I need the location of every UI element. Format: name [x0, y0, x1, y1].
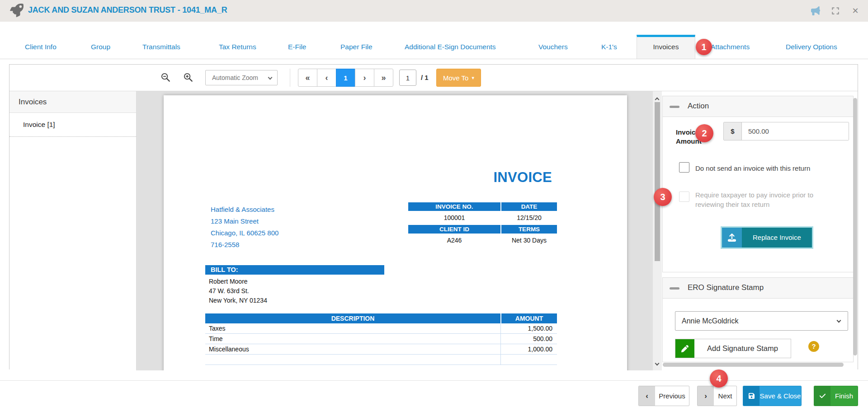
check-icon: [814, 386, 830, 406]
row-amount: [500, 355, 556, 365]
settings-vertical-scrollbar: [853, 97, 857, 365]
invoice-doc-title: INVOICE: [493, 169, 552, 186]
client-id-header: CLIENT ID: [408, 225, 500, 234]
bill-to-name: Robert Moore: [209, 277, 267, 286]
next-button[interactable]: › Next: [697, 386, 737, 406]
ero-signature-panel: ERO Signature Stamp Annie McGoldrick Add…: [662, 277, 854, 362]
last-page-button[interactable]: »: [374, 69, 393, 87]
zoom-out-icon[interactable]: [160, 72, 171, 83]
sidebar-item-invoice-1[interactable]: Invoice [1]: [9, 113, 136, 137]
company-name: Hatfield & Associates: [211, 204, 278, 215]
previous-button[interactable]: ‹ Previous: [638, 386, 689, 406]
row-amount: 500.00: [500, 334, 556, 344]
do-not-send-invoice-checkbox[interactable]: [679, 162, 689, 173]
row-description: Taxes: [205, 323, 500, 333]
add-signature-stamp-button[interactable]: Add Signature Stamp: [675, 339, 791, 358]
settings-horizontal-scrollbar: [663, 363, 844, 367]
step-1-badge: 1: [696, 39, 712, 55]
collapse-icon[interactable]: [670, 287, 679, 290]
tab-attachments[interactable]: Attachments: [711, 43, 750, 59]
action-panel-title: Action: [688, 102, 709, 111]
bill-to-header: BILL TO:: [205, 265, 384, 275]
do-not-send-invoice-label: Do not send an invoice with this return: [695, 164, 840, 173]
invoice-no-value: 100001: [408, 211, 500, 225]
floppy-disk-icon: [743, 386, 760, 406]
close-icon[interactable]: ✕: [851, 6, 860, 15]
previous-label: Previous: [655, 386, 689, 406]
content-row: Invoices Invoice [1] INVOICE Hatfield & …: [9, 91, 858, 370]
ero-signer-value: Annie McGoldrick: [682, 317, 738, 325]
bill-to-street: 47 W. 63rd St.: [209, 286, 267, 296]
tab-k1s[interactable]: K-1's: [601, 43, 617, 59]
announcement-megaphone-icon[interactable]: [811, 6, 820, 15]
page-number-input[interactable]: [399, 70, 416, 86]
table-row: [205, 355, 557, 365]
invoice-page: INVOICE Hatfield & Associates 123 Main S…: [164, 95, 627, 370]
zoom-in-icon[interactable]: [183, 72, 193, 83]
tab-delivery-options[interactable]: Delivery Options: [786, 43, 837, 59]
finish-button[interactable]: Finish: [814, 386, 858, 406]
bill-to-block: Robert Moore 47 W. 63rd St. New York, NY…: [209, 277, 267, 305]
amount-column-header: AMOUNT: [501, 313, 557, 323]
tab-additional-esign-documents[interactable]: Additional E-Sign Documents: [405, 43, 496, 59]
tab-group[interactable]: Group: [91, 43, 110, 59]
invoice-amount-input-group: $: [723, 122, 849, 140]
require-payment-label: Require taxpayer to pay invoice prior to…: [695, 190, 836, 209]
first-page-button[interactable]: «: [298, 69, 317, 87]
current-page-button[interactable]: 1: [336, 69, 355, 87]
tab-bar: Client Info Group Transmittals Tax Retur…: [0, 22, 868, 59]
tab-transmittals[interactable]: Transmittals: [142, 43, 180, 59]
scroll-down-icon[interactable]: [656, 359, 659, 367]
tab-client-info[interactable]: Client Info: [25, 43, 57, 59]
fullscreen-icon[interactable]: [831, 6, 840, 15]
finish-label: Finish: [830, 386, 858, 406]
zoom-level-select[interactable]: Automatic Zoom: [205, 70, 278, 85]
row-description: Time: [205, 334, 500, 344]
row-description: Miscellaneous: [205, 344, 500, 354]
row-amount: 1,000.00: [500, 344, 556, 354]
table-row: Taxes 1,500.00: [205, 323, 557, 334]
collapse-icon[interactable]: [670, 106, 679, 108]
table-row: Miscellaneous 1,000.00: [205, 344, 557, 355]
help-icon[interactable]: ?: [808, 341, 819, 352]
pdf-viewer: INVOICE Hatfield & Associates 123 Main S…: [137, 91, 653, 370]
step-2-badge: 2: [695, 124, 713, 142]
table-row-partial: [205, 365, 557, 370]
tab-paper-file[interactable]: Paper File: [340, 43, 373, 59]
currency-symbol: $: [724, 122, 742, 140]
chevron-right-icon: ›: [698, 386, 714, 406]
tab-vouchers[interactable]: Vouchers: [538, 43, 568, 59]
pencil-icon: [675, 339, 694, 358]
bookmarks-sidebar: Invoices Invoice [1]: [9, 91, 137, 370]
caret-down-icon: ▾: [472, 75, 474, 81]
replace-invoice-button[interactable]: Replace Invoice: [721, 226, 813, 249]
previous-page-button[interactable]: ‹: [317, 69, 336, 87]
upload-icon: [722, 228, 742, 248]
sidebar-title: Invoices: [9, 91, 136, 113]
description-column-header: DESCRIPTION: [205, 313, 500, 323]
pdf-scrollbar-thumb[interactable]: [655, 102, 660, 261]
company-phone: 716-2558: [211, 239, 278, 251]
footer-bar: ‹ Previous › Next Save & Close Finish: [0, 380, 868, 416]
move-to-label: Move To: [443, 74, 468, 82]
bill-to-city: New York, NY 01234: [209, 296, 267, 305]
vertical-scrollbar-thumb[interactable]: [853, 98, 857, 355]
rocket-logo-icon: [10, 4, 24, 17]
app-window: JACK AND SUZAN ANDERSON TRUST - 1041_MA_…: [0, 0, 868, 416]
require-payment-checkbox[interactable]: [679, 192, 689, 202]
chevron-left-icon: ‹: [639, 386, 655, 406]
replace-invoice-label: Replace Invoice: [742, 228, 812, 248]
tab-e-file[interactable]: E-File: [288, 43, 306, 59]
invoice-amount-input[interactable]: [742, 122, 849, 140]
titlebar-actions: ✕: [811, 0, 860, 22]
row-description: [205, 355, 500, 365]
zoom-level-value: Automatic Zoom: [212, 74, 258, 81]
tab-tax-returns[interactable]: Tax Returns: [219, 43, 256, 59]
horizontal-scrollbar-thumb[interactable]: [663, 363, 844, 367]
invoice-no-header: INVOICE NO.: [408, 202, 500, 211]
next-page-button[interactable]: ›: [355, 69, 374, 87]
save-and-close-button[interactable]: Save & Close: [743, 386, 802, 406]
move-to-button[interactable]: Move To ▾: [436, 69, 481, 87]
ero-signer-select[interactable]: Annie McGoldrick: [675, 311, 848, 331]
tab-invoices-active[interactable]: Invoices: [637, 35, 695, 59]
